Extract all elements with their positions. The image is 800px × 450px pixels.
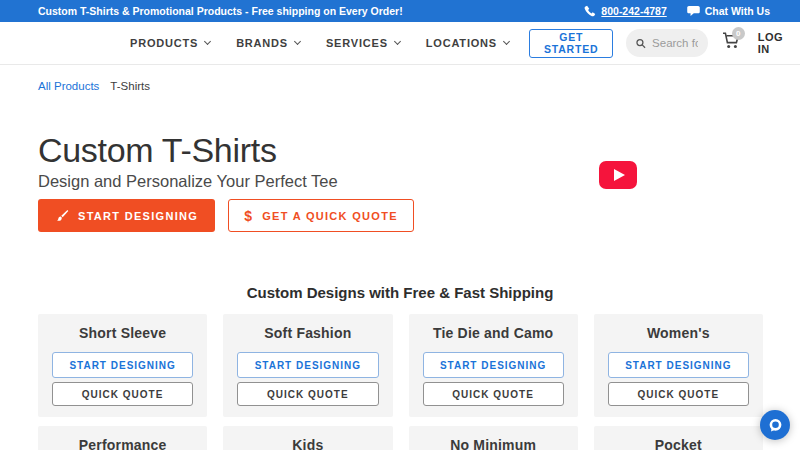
hero-section: Custom T-Shirts Design and Personalize Y… bbox=[0, 131, 800, 232]
login-link[interactable]: LOG IN bbox=[758, 31, 783, 55]
paintbrush-icon bbox=[55, 209, 69, 223]
card-quick-quote-button[interactable]: QUICK QUOTE bbox=[237, 382, 378, 406]
breadcrumb-current: T-Shirts bbox=[110, 80, 150, 93]
nav-item-services[interactable]: SERVICES bbox=[326, 37, 400, 49]
section-heading: Custom Designs with Free & Fast Shipping bbox=[0, 284, 800, 301]
category-cards-grid: Short Sleeve START DESIGNING QUICK QUOTE… bbox=[38, 314, 763, 450]
topbar-right: 800-242-4787 Chat With Us bbox=[584, 5, 770, 17]
chevron-down-icon bbox=[204, 38, 211, 45]
video-play-button[interactable] bbox=[599, 161, 637, 189]
card-start-designing-button[interactable]: START DESIGNING bbox=[423, 352, 564, 378]
card-short-sleeve: Short Sleeve START DESIGNING QUICK QUOTE bbox=[38, 314, 207, 417]
quick-quote-label: GET A QUICK QUOTE bbox=[262, 210, 398, 222]
nav-item-label: BRANDS bbox=[236, 37, 288, 49]
card-title: Women's bbox=[647, 325, 710, 341]
chat-with-us-link[interactable]: Chat With Us bbox=[687, 5, 770, 17]
card-start-designing-button[interactable]: START DESIGNING bbox=[237, 352, 378, 378]
nav-item-label: PRODUCTS bbox=[130, 37, 198, 49]
breadcrumb: All Products T-Shirts bbox=[38, 80, 800, 93]
main-navbar: PRODUCTS BRANDS SERVICES LOCATIONS GET S… bbox=[0, 22, 800, 65]
phone-number: 800-242-4787 bbox=[601, 5, 666, 17]
search-input[interactable] bbox=[652, 37, 698, 49]
card-quick-quote-button[interactable]: QUICK QUOTE bbox=[423, 382, 564, 406]
card-title: Kids bbox=[292, 437, 323, 450]
card-title: Pocket bbox=[655, 437, 702, 450]
cart-button[interactable]: 0 bbox=[722, 31, 742, 55]
card-title: Tie Die and Camo bbox=[433, 325, 553, 341]
main-menu: PRODUCTS BRANDS SERVICES LOCATIONS bbox=[130, 37, 509, 49]
card-start-designing-button[interactable]: START DESIGNING bbox=[52, 352, 193, 378]
card-title: No Minimum bbox=[450, 437, 536, 450]
card-title: Short Sleeve bbox=[79, 325, 166, 341]
phone-icon bbox=[584, 5, 596, 17]
start-designing-button[interactable]: START DESIGNING bbox=[38, 199, 215, 232]
phone-link[interactable]: 800-242-4787 bbox=[584, 5, 666, 17]
card-quick-quote-button[interactable]: QUICK QUOTE bbox=[52, 382, 193, 406]
nav-item-products[interactable]: PRODUCTS bbox=[130, 37, 210, 49]
search-box bbox=[626, 29, 707, 57]
chat-fab-button[interactable] bbox=[760, 410, 790, 440]
breadcrumb-all-products[interactable]: All Products bbox=[38, 80, 99, 93]
nav-item-locations[interactable]: LOCATIONS bbox=[426, 37, 509, 49]
chevron-down-icon bbox=[294, 38, 301, 45]
chevron-down-icon bbox=[503, 38, 510, 45]
card-title: Soft Fashion bbox=[264, 325, 351, 341]
nav-item-brands[interactable]: BRANDS bbox=[236, 37, 300, 49]
card-performance: Performance bbox=[38, 426, 207, 450]
hero-buttons: START DESIGNING $ GET A QUICK QUOTE bbox=[38, 199, 800, 232]
promo-text: Custom T-Shirts & Promotional Products -… bbox=[38, 5, 403, 17]
nav-item-label: LOCATIONS bbox=[426, 37, 497, 49]
search-icon bbox=[636, 37, 646, 50]
card-start-designing-button[interactable]: START DESIGNING bbox=[608, 352, 749, 378]
quick-quote-button[interactable]: $ GET A QUICK QUOTE bbox=[228, 199, 414, 232]
chevron-down-icon bbox=[394, 38, 401, 45]
card-title: Performance bbox=[79, 437, 167, 450]
card-pocket: Pocket bbox=[594, 426, 763, 450]
card-womens: Women's START DESIGNING QUICK QUOTE bbox=[594, 314, 763, 417]
card-quick-quote-button[interactable]: QUICK QUOTE bbox=[608, 382, 749, 406]
top-promo-bar: Custom T-Shirts & Promotional Products -… bbox=[0, 0, 800, 22]
chat-bubble-icon bbox=[767, 417, 784, 434]
chat-bubble-icon bbox=[687, 5, 700, 17]
nav-item-label: SERVICES bbox=[326, 37, 388, 49]
play-icon bbox=[614, 169, 625, 181]
cart-count-badge: 0 bbox=[732, 27, 745, 40]
page-title: Custom T-Shirts bbox=[38, 131, 800, 170]
card-kids: Kids bbox=[223, 426, 392, 450]
dollar-icon: $ bbox=[244, 208, 253, 224]
card-no-minimum: No Minimum bbox=[409, 426, 578, 450]
chat-label: Chat With Us bbox=[705, 5, 770, 17]
card-tie-die-camo: Tie Die and Camo START DESIGNING QUICK Q… bbox=[409, 314, 578, 417]
card-soft-fashion: Soft Fashion START DESIGNING QUICK QUOTE bbox=[223, 314, 392, 417]
hero-subtitle: Design and Personalize Your Perfect Tee bbox=[38, 172, 800, 191]
get-started-button[interactable]: GET STARTED bbox=[529, 29, 613, 58]
start-designing-label: START DESIGNING bbox=[78, 210, 198, 222]
